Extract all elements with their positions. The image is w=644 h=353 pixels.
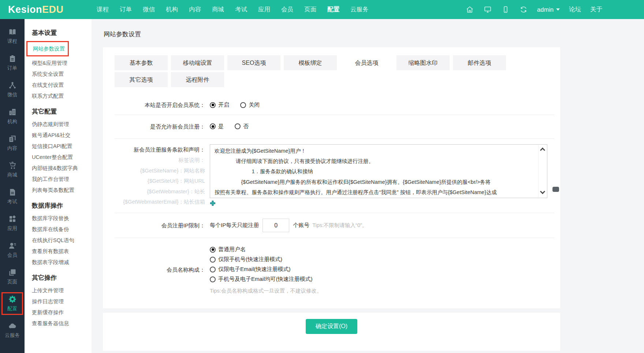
sidebar-item-exam[interactable]: 考试 bbox=[0, 185, 25, 212]
radio-member-system-off[interactable]: 关闭 bbox=[240, 101, 260, 108]
radio-name-normal-username[interactable]: 普通用户名 bbox=[210, 245, 322, 254]
courses-book-icon bbox=[8, 27, 17, 36]
radio-allow-register-yes[interactable]: 是 bbox=[210, 123, 224, 130]
topnav-item-cloud[interactable]: 云服务 bbox=[350, 5, 369, 14]
tab-basic-params[interactable]: 基本参数 bbox=[115, 55, 168, 70]
tab-mail-options[interactable]: 邮件选项 bbox=[453, 55, 506, 70]
tab-member-options[interactable]: 会员选项 bbox=[340, 55, 393, 70]
sidebar-item-apps[interactable]: 应用 bbox=[0, 212, 25, 239]
main-content: 网站参数设置 基本参数 移动端设置 SEO选项 模板绑定 会员选项 缩略图水印 … bbox=[92, 19, 644, 353]
radio-name-mobile-or-email[interactable]: 手机号及电子Email均可(快速注册模式) bbox=[210, 274, 322, 284]
menu-item-run-sql[interactable]: 在线执行SQL语句 bbox=[32, 235, 92, 246]
sidebar-item-orders[interactable]: 订单 bbox=[0, 52, 25, 78]
menu-item-system-security[interactable]: 系统安全设置 bbox=[32, 68, 92, 79]
terms-label: 新会员注册服务条款和声明： bbox=[115, 145, 205, 155]
tab-mobile-settings[interactable]: 移动端设置 bbox=[171, 55, 224, 70]
sidebar-item-courses[interactable]: 课程 bbox=[0, 25, 25, 52]
sidebar-item-wechat[interactable]: 微信 bbox=[0, 78, 25, 105]
topnav-item-courses[interactable]: 课程 bbox=[97, 5, 109, 14]
topnav-item-orders[interactable]: 订单 bbox=[120, 5, 132, 14]
allow-register-label: 是否允许新会员注册： bbox=[115, 123, 205, 130]
scroll-up-icon[interactable] bbox=[540, 148, 545, 153]
forum-link[interactable]: 论坛 bbox=[569, 5, 581, 14]
radio-dot-icon bbox=[210, 276, 216, 282]
menu-item-model-app-mgmt[interactable]: 模型&应用管理 bbox=[32, 57, 92, 68]
refresh-icon[interactable] bbox=[519, 5, 528, 14]
brand-logo[interactable]: KesionEDU bbox=[0, 4, 97, 15]
terms-textarea-content[interactable]: 欢迎您注册成为{$GetSiteName}用户！ 请仔细阅读下面的协议，只有接受… bbox=[210, 145, 547, 198]
admin-dropdown[interactable]: admin bbox=[537, 6, 560, 13]
radio-dot-checked-icon bbox=[210, 102, 216, 108]
menu-item-db-online-backup[interactable]: 数据库在线备份 bbox=[32, 224, 92, 235]
form-row-member-system: 本站是否开启会员系统： 开启 关闭 bbox=[115, 96, 554, 115]
radio-name-mobile-only[interactable]: 仅限手机号(快速注册模式) bbox=[210, 254, 322, 264]
topnav-item-pages[interactable]: 页面 bbox=[304, 5, 316, 14]
topnav-item-config[interactable]: 配置 bbox=[327, 5, 339, 14]
topnav-item-exam[interactable]: 考试 bbox=[235, 5, 247, 14]
menu-item-upload-file-mgmt[interactable]: 上传文件管理 bbox=[32, 285, 92, 296]
topnav-item-mall[interactable]: 商城 bbox=[212, 5, 224, 14]
topnav-item-wechat[interactable]: 微信 bbox=[143, 5, 155, 14]
radio-dot-icon bbox=[240, 102, 246, 108]
topnav-item-content[interactable]: 内容 bbox=[189, 5, 201, 14]
sidebar-item-mall[interactable]: 商城 bbox=[0, 159, 25, 185]
mobile-icon[interactable] bbox=[501, 5, 510, 14]
terms-scrollbar[interactable] bbox=[538, 145, 546, 197]
menu-item-contact-config[interactable]: 联系方式配置 bbox=[32, 90, 92, 101]
terms-tag-hint: 标签说明： bbox=[115, 155, 205, 166]
menu-item-db-field-replace[interactable]: 数据库字段替换 bbox=[32, 213, 92, 224]
radio-name-email-only[interactable]: 仅限电子Email(快速注册模式) bbox=[210, 264, 322, 274]
menu-item-ucenter-config[interactable]: UCenter整合配置 bbox=[32, 152, 92, 163]
radio-dot-checked-icon bbox=[210, 123, 216, 129]
sidebar-item-cloud[interactable]: 云服务 bbox=[0, 319, 25, 346]
sidebar-item-members[interactable]: 会员 bbox=[0, 239, 25, 265]
confirm-settings-button[interactable]: 确定设置(O) bbox=[306, 319, 357, 334]
menu-item-operation-logs[interactable]: 操作日志管理 bbox=[32, 296, 92, 307]
menu-item-workbench-mgmt[interactable]: 我的工作台管理 bbox=[32, 174, 92, 185]
menu-item-online-payment[interactable]: 在线支付设置 bbox=[32, 79, 92, 90]
radio-dot-icon bbox=[210, 267, 216, 272]
menu-item-view-tables[interactable]: 查看所有数据表 bbox=[32, 246, 92, 257]
tab-other-options[interactable]: 其它选项 bbox=[115, 72, 168, 87]
sidebar-item-config[interactable]: 配置 bbox=[0, 292, 25, 319]
content-docs-icon bbox=[8, 134, 17, 143]
menu-section-basic-settings: 基本设置 bbox=[32, 29, 92, 37]
ip-limit-suffix: 个账号 bbox=[293, 222, 309, 229]
ip-limit-input[interactable] bbox=[263, 219, 289, 232]
topnav-item-members[interactable]: 会员 bbox=[281, 5, 293, 14]
drag-handle-icon[interactable] bbox=[552, 187, 559, 192]
menu-item-refresh-cache[interactable]: 更新缓存操作 bbox=[32, 307, 92, 318]
menu-item-table-field-edit[interactable]: 数据表字段增减 bbox=[32, 257, 92, 268]
tab-remote-attachment[interactable]: 远程附件 bbox=[171, 72, 224, 87]
topnav-item-apps[interactable]: 应用 bbox=[258, 5, 270, 14]
menu-item-site-params[interactable]: 网站参数设置 bbox=[26, 41, 69, 56]
name-composition-label: 会员名称构成： bbox=[115, 266, 205, 274]
topnav-item-organization[interactable]: 机构 bbox=[166, 5, 178, 14]
sidebar-item-pages[interactable]: 页面 bbox=[0, 265, 25, 292]
tab-template-binding[interactable]: 模板绑定 bbox=[284, 55, 337, 70]
menu-item-internal-links-dict[interactable]: 内部链接&数据字典 bbox=[32, 163, 92, 174]
menu-item-sms-api-config[interactable]: 短信接口API配置 bbox=[32, 141, 92, 152]
wechat-nodes-icon bbox=[8, 81, 17, 90]
menu-section-other-ops: 其它操作 bbox=[32, 274, 92, 282]
sidebar-item-content[interactable]: 内容 bbox=[0, 132, 25, 159]
add-plus-icon[interactable] bbox=[210, 200, 216, 206]
radio-member-system-on[interactable]: 开启 bbox=[210, 101, 229, 108]
home-icon[interactable] bbox=[465, 5, 474, 14]
form-row-terms: 新会员注册服务条款和声明： 标签说明： {$GetSiteName}：网站名称 … bbox=[115, 139, 554, 213]
scroll-down-icon[interactable] bbox=[540, 189, 545, 194]
menu-item-list-pagesize-config[interactable]: 列表每页条数配置 bbox=[32, 185, 92, 196]
menu-item-server-info[interactable]: 查看服务器信息 bbox=[32, 318, 92, 329]
radio-allow-register-no[interactable]: 否 bbox=[235, 123, 249, 130]
menu-section-other-config: 其它配置 bbox=[32, 107, 92, 116]
menu-item-rewrite-rules[interactable]: 伪静态规则管理 bbox=[32, 119, 92, 130]
ip-limit-prefix: 每个IP每天只能注册 bbox=[210, 222, 259, 229]
form-row-name-composition: 会员名称构成： 普通用户名 仅限手机号(快速注册模式) 仅限电子Email bbox=[115, 238, 554, 301]
about-link[interactable]: 关于 bbox=[590, 5, 602, 14]
terms-textarea[interactable]: 欢迎您注册成为{$GetSiteName}用户！ 请仔细阅读下面的协议，只有接受… bbox=[210, 144, 547, 198]
menu-item-account-api-social[interactable]: 账号通API&社交 bbox=[32, 130, 92, 141]
tab-seo-options[interactable]: SEO选项 bbox=[227, 55, 280, 70]
sidebar-item-organization[interactable]: 机构 bbox=[0, 105, 25, 132]
tab-thumbnail-watermark[interactable]: 缩略图水印 bbox=[397, 55, 450, 70]
desktop-icon[interactable] bbox=[483, 5, 492, 14]
